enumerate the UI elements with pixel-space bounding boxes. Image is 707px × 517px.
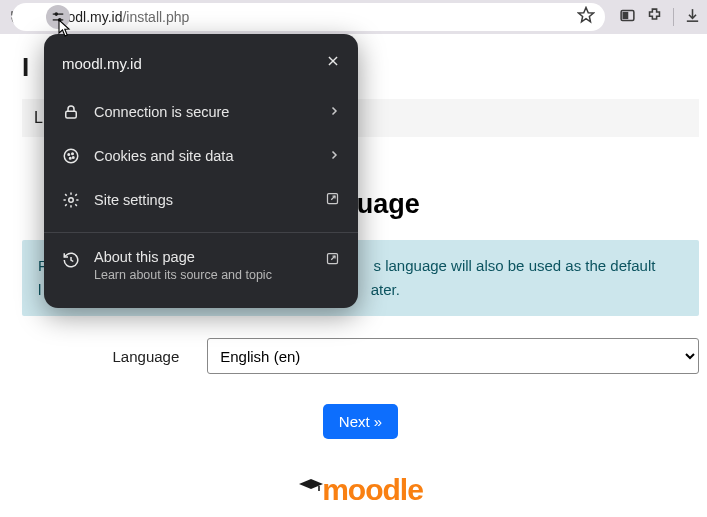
gear-icon [62, 191, 80, 209]
open-external-icon [325, 191, 340, 206]
moodle-logo: moodle [22, 473, 699, 507]
close-icon [326, 54, 340, 68]
info-text-b: s language will also be used as the defa… [374, 257, 656, 274]
toolbar-right-icons [611, 7, 701, 28]
moodle-logo-text: moodle [322, 473, 423, 507]
browser-toolbar: moodl.my.id/install.php [0, 0, 707, 34]
svg-rect-6 [623, 12, 627, 18]
lock-icon [62, 103, 80, 121]
chevron-right-icon [328, 149, 340, 161]
language-label: Language [22, 348, 179, 365]
panel-icon[interactable] [619, 7, 636, 28]
open-external-icon [325, 251, 340, 266]
svg-point-14 [73, 157, 75, 159]
popup-divider [44, 232, 358, 233]
svg-marker-0 [579, 8, 594, 22]
next-button[interactable]: Next » [323, 404, 398, 439]
popup-item-label: Cookies and site data [94, 148, 314, 164]
toolbar-divider [673, 8, 674, 26]
svg-point-12 [72, 153, 74, 155]
svg-point-4 [59, 19, 61, 21]
svg-point-10 [64, 149, 78, 163]
svg-point-11 [68, 154, 70, 156]
graduation-cap-icon [298, 478, 324, 499]
chevron-right-icon [328, 105, 340, 117]
svg-rect-9 [66, 111, 77, 118]
popup-item-label: Site settings [94, 192, 311, 208]
svg-point-13 [70, 158, 72, 160]
cookie-icon [62, 147, 80, 165]
language-form-row: Language English (en) [22, 338, 699, 374]
language-select[interactable]: English (en) [207, 338, 699, 374]
svg-point-2 [55, 13, 57, 15]
download-icon[interactable] [684, 7, 701, 28]
popup-item-label: About this page [94, 249, 311, 265]
svg-point-15 [69, 198, 74, 203]
popup-item-label: Connection is secure [94, 104, 314, 120]
popup-item-sublabel: Learn about its source and topic [94, 268, 311, 282]
site-info-popup: moodl.my.id Connection is secure Cookies… [44, 34, 358, 308]
popup-about-page[interactable]: About this page Learn about its source a… [62, 241, 340, 290]
info-text-c: l [38, 281, 41, 298]
popup-cookies[interactable]: Cookies and site data [62, 134, 340, 178]
tune-icon [51, 10, 65, 24]
address-bar[interactable]: moodl.my.id/install.php [12, 3, 605, 31]
extensions-icon[interactable] [646, 7, 663, 28]
history-icon [62, 251, 80, 269]
popup-connection-secure[interactable]: Connection is secure [62, 90, 340, 134]
bookmark-star-icon[interactable] [577, 6, 595, 28]
popup-site-settings[interactable]: Site settings [62, 178, 340, 222]
info-text-d: ater. [371, 281, 400, 298]
popup-host: moodl.my.id [62, 55, 142, 72]
address-path: /install.php [122, 9, 189, 25]
popup-close-button[interactable] [326, 54, 340, 72]
site-info-button[interactable] [46, 5, 70, 29]
